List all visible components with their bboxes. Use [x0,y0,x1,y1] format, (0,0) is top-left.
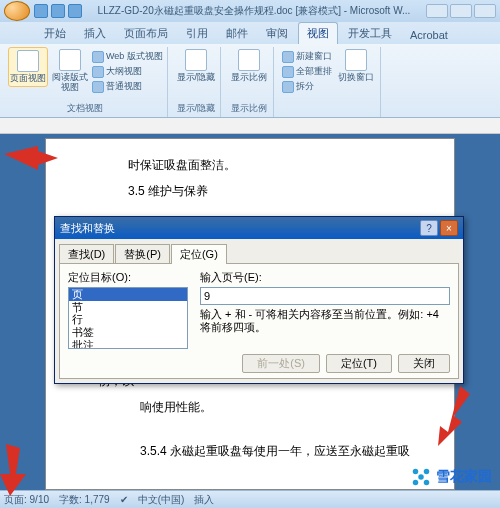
minimize-button[interactable] [426,4,448,18]
goto-hint-text: 输入 + 和 - 可将相关内容移至当前位置。例如: +4 将前移四项。 [200,308,450,334]
close-button[interactable] [474,4,496,18]
group-document-views: 页面视图 阅读版式视图 Web 版式视图 大纲视图 普通视图 文档视图 [4,47,168,117]
svg-marker-0 [4,146,58,170]
normal-icon [92,81,104,93]
tab-review[interactable]: 审阅 [258,23,296,44]
split-icon [282,81,294,93]
list-item[interactable]: 书签 [69,326,187,339]
doc-text: 时保证吸盘面整洁。 [98,153,414,177]
list-item[interactable]: 批注 [69,339,187,349]
tab-mailings[interactable]: 邮件 [218,23,256,44]
show-hide-icon [185,49,207,71]
svg-marker-1 [438,386,470,446]
dialog-tabs: 查找(D) 替换(P) 定位(G) [55,239,463,263]
goto-target-label: 定位目标(O): [68,270,188,285]
maximize-button[interactable] [450,4,472,18]
split-button[interactable]: 拆分 [282,79,332,94]
close-button[interactable]: 关闭 [398,354,450,373]
read-view-icon [59,49,81,71]
svg-point-5 [413,480,419,486]
group-show-hide: 显示/隐藏 显示/隐藏 [172,47,221,117]
svg-point-3 [413,469,419,475]
goto-button[interactable]: 定位(T) [326,354,392,373]
new-window-icon [282,51,294,63]
dialog-body: 定位目标(O): 页 节 行 书签 批注 脚注 输入页号(E): 输入 + 和 … [59,263,459,379]
dialog-title: 查找和替换 [60,221,115,236]
page-number-input[interactable] [200,287,450,305]
horizontal-ruler[interactable] [0,118,500,134]
show-hide-button[interactable]: 显示/隐藏 [176,47,216,85]
list-item[interactable]: 页 [69,288,187,301]
outline-view-button[interactable]: 大纲视图 [92,64,163,79]
tab-home[interactable]: 开始 [36,23,74,44]
arrange-icon [282,66,294,78]
doc-text: 3.5 维护与保养 [98,179,414,203]
snowflake-icon [410,466,432,488]
tab-layout[interactable]: 页面布局 [116,23,176,44]
dialog-tab-replace[interactable]: 替换(P) [115,244,170,264]
new-window-button[interactable]: 新建窗口 [282,49,332,64]
arrange-all-button[interactable]: 全部重排 [282,64,332,79]
save-icon[interactable] [34,4,48,18]
status-language[interactable]: 中文(中国) [138,493,185,507]
group-label: 文档视图 [8,101,163,115]
svg-point-7 [418,474,424,480]
zoom-button[interactable]: 显示比例 [229,47,269,85]
svg-marker-2 [0,444,26,496]
ribbon-tabs: 开始 插入 页面布局 引用 邮件 审阅 视图 开发工具 Acrobat [0,22,500,44]
spellcheck-icon[interactable]: ✔ [120,494,128,505]
ribbon: 页面视图 阅读版式视图 Web 版式视图 大纲视图 普通视图 文档视图 显示/隐… [0,44,500,118]
doc-text: 3.5.4 永磁起重吸盘每使用一年，应送至永磁起重吸 [98,439,414,463]
status-insert[interactable]: 插入 [194,493,214,507]
window-controls [426,4,496,18]
doc-text: 响使用性能。 [98,395,414,419]
page-view-icon [17,50,39,72]
switch-windows-button[interactable]: 切换窗口 [336,47,376,94]
title-bar: LLZZ-GD-20永磁起重吸盘安全操作规程.doc [兼容模式] - Micr… [0,0,500,22]
normal-view-button[interactable]: 普通视图 [92,79,163,94]
annotation-arrow [4,146,58,176]
tab-insert[interactable]: 插入 [76,23,114,44]
tab-developer[interactable]: 开发工具 [340,23,400,44]
dialog-titlebar[interactable]: 查找和替换 ? × [55,217,463,239]
group-window: 新建窗口 全部重排 拆分 切换窗口 [278,47,381,117]
dialog-tab-find[interactable]: 查找(D) [59,244,114,264]
previous-button[interactable]: 前一处(S) [242,354,320,373]
goto-target-listbox[interactable]: 页 节 行 书签 批注 脚注 [68,287,188,349]
undo-icon[interactable] [51,4,65,18]
web-view-button[interactable]: Web 版式视图 [92,49,163,64]
office-button[interactable] [4,1,30,21]
tab-acrobat[interactable]: Acrobat [402,26,456,44]
tab-view[interactable]: 视图 [298,22,338,44]
page-view-button[interactable]: 页面视图 [8,47,48,87]
list-item[interactable]: 节 [69,301,187,314]
group-zoom: 显示比例 显示比例 [225,47,274,117]
svg-point-6 [424,480,430,486]
status-words[interactable]: 字数: 1,779 [59,493,110,507]
dialog-help-button[interactable]: ? [420,220,438,236]
dialog-close-button[interactable]: × [440,220,458,236]
list-item[interactable]: 行 [69,313,187,326]
web-icon [92,51,104,63]
window-title: LLZZ-GD-20永磁起重吸盘安全操作规程.doc [兼容模式] - Micr… [82,4,426,18]
zoom-icon [238,49,260,71]
outline-icon [92,66,104,78]
dialog-tab-goto[interactable]: 定位(G) [171,244,227,264]
watermark-text: 雪花家园 [436,468,492,486]
quick-access-toolbar [34,4,82,18]
svg-point-4 [424,469,430,475]
page-number-label: 输入页号(E): [200,270,450,285]
annotation-arrow [430,386,470,446]
redo-icon[interactable] [68,4,82,18]
switch-icon [345,49,367,71]
tab-references[interactable]: 引用 [178,23,216,44]
read-view-button[interactable]: 阅读版式视图 [50,47,90,95]
status-bar: 页面: 9/10 字数: 1,779 ✔ 中文(中国) 插入 [0,490,500,508]
watermark: 雪花家园 [410,466,492,488]
find-replace-dialog: 查找和替换 ? × 查找(D) 替换(P) 定位(G) 定位目标(O): 页 节… [54,216,464,384]
annotation-arrow [0,444,26,496]
